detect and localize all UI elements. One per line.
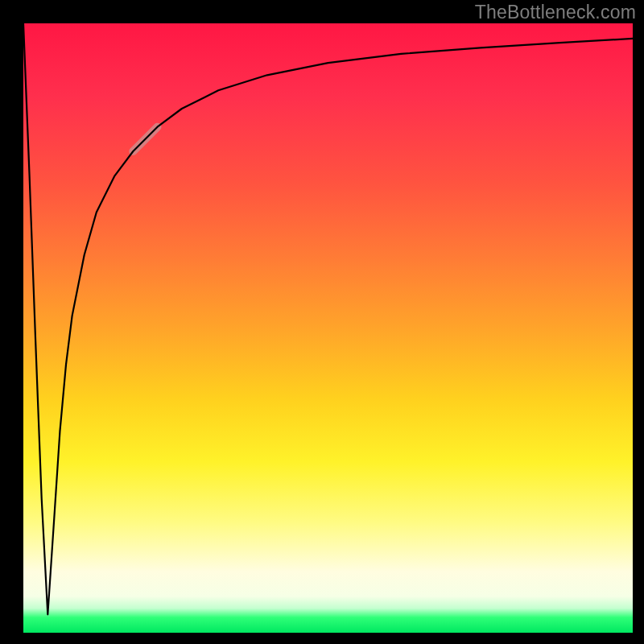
attribution-label: TheBottleneck.com <box>475 2 636 23</box>
chart-frame: TheBottleneck.com <box>0 0 644 644</box>
curve-svg <box>23 23 633 633</box>
plot-area <box>23 23 633 633</box>
bottleneck-curve <box>23 23 633 614</box>
